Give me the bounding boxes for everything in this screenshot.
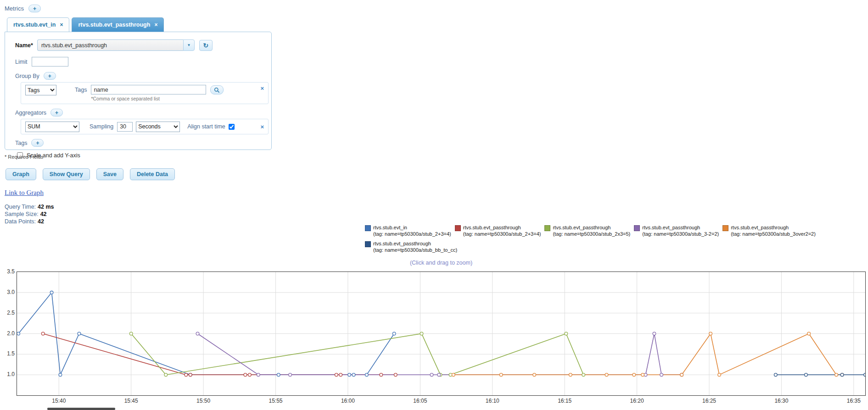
- query-time-row: Query Time:42 ms: [5, 203, 54, 211]
- metric-form: Name* ▼ ↻ Limit Group By + Tags Tags *C: [5, 32, 272, 150]
- search-icon: [214, 87, 220, 93]
- aggregator-row: SUM Sampling Seconds Align start time ×: [21, 119, 269, 134]
- add-tag-button[interactable]: +: [31, 139, 44, 147]
- chart-plot-area[interactable]: [17, 271, 866, 396]
- legend-series-name: rtvs.stub.evt_passthrough: [553, 225, 630, 231]
- add-metric-button[interactable]: +: [28, 5, 41, 12]
- metrics-bar: Metrics +: [5, 5, 41, 12]
- limit-input[interactable]: [32, 57, 68, 66]
- legend-series-name: rtvs.stub.evt_passthrough: [463, 225, 541, 231]
- refresh-icon: ↻: [203, 42, 209, 49]
- align-start-time-checkbox[interactable]: [229, 124, 235, 130]
- x-axis-tick: 15:55: [269, 398, 283, 404]
- scrollbar-thumb[interactable]: [47, 408, 115, 410]
- name-dropdown-button[interactable]: ▼: [183, 39, 195, 51]
- legend-series-name: rtvs.stub.evt_passthrough: [373, 241, 457, 247]
- group-by-type-select[interactable]: Tags: [25, 85, 56, 95]
- add-aggregator-button[interactable]: +: [50, 109, 63, 116]
- x-axis-tick: 16:30: [774, 398, 788, 404]
- x-axis-tick: 15:45: [124, 398, 138, 404]
- group-by-tags-input[interactable]: [91, 85, 206, 94]
- search-button[interactable]: [210, 85, 224, 94]
- metrics-label: Metrics: [5, 5, 24, 12]
- y-axis-tick: 3.0: [7, 289, 15, 295]
- legend-series-tag: (tag: name=tp50300a/stub_3over2=2): [731, 231, 816, 238]
- x-axis-tick: 15:40: [52, 398, 66, 404]
- y-axis: 3.53.02.52.01.51.0: [1, 271, 15, 396]
- show-query-button[interactable]: Show Query: [43, 168, 90, 180]
- tab-label: rtvs.stub.evt_passthrough: [78, 22, 150, 28]
- y-axis-tick: 1.0: [7, 371, 15, 377]
- x-axis-tick: 16:15: [558, 398, 571, 404]
- legend-series-tag: (tag: name=tp50300a/stub_2x3=5): [553, 231, 630, 238]
- legend-series-tag: (tag: name=tp50300a/stub_bb_to_cc): [373, 247, 457, 254]
- refresh-button[interactable]: ↻: [199, 40, 213, 51]
- save-button[interactable]: Save: [96, 168, 123, 180]
- tab-evt-passthrough[interactable]: rtvs.stub.evt_passthrough ×: [72, 17, 164, 32]
- legend-swatch: [455, 225, 461, 231]
- action-buttons: Graph Show Query Save Delete Data: [6, 168, 175, 180]
- legend-series-tag: (tag: name=tp50300a/stub_2+3=4): [373, 231, 451, 238]
- sampling-value-input[interactable]: [117, 122, 133, 132]
- y-axis-tick: 1.5: [7, 350, 15, 357]
- align-start-time-label: Align start time: [187, 123, 225, 130]
- group-by-row: Tags Tags *Comma or space separated list…: [21, 82, 269, 104]
- query-stats: Query Time:42 ms Sample Size:42 Data Poi…: [5, 203, 54, 225]
- legend-swatch: [544, 225, 550, 231]
- metric-tabs: rtvs.stub.evt_in × rtvs.stub.evt_passthr…: [5, 17, 272, 32]
- legend-item: rtvs.stub.evt_passthrough (tag: name=tp5…: [544, 225, 630, 237]
- legend-series-name: rtvs.stub.evt_passthrough: [642, 225, 719, 231]
- add-group-by-button[interactable]: +: [44, 72, 56, 80]
- legend-swatch: [365, 241, 371, 247]
- x-axis-tick: 16:35: [847, 398, 861, 404]
- data-points-label: Data Points:: [5, 218, 36, 225]
- x-axis-tick: 16:00: [341, 398, 355, 404]
- query-time-label: Query Time:: [5, 204, 36, 210]
- legend-item: rtvs.stub.evt_passthrough (tag: name=tp5…: [365, 241, 457, 253]
- legend-item: rtvs.stub.evt_in (tag: name=tp50300a/stu…: [365, 225, 451, 237]
- legend-series-name: rtvs.stub.evt_passthrough: [731, 225, 816, 231]
- sample-size-row: Sample Size:42: [5, 211, 54, 218]
- aggregators-label: Aggregators: [15, 110, 46, 116]
- y-axis-tick: 2.0: [7, 330, 15, 337]
- remove-aggregator-icon[interactable]: ×: [260, 123, 264, 130]
- aggregator-function-select[interactable]: SUM: [25, 122, 79, 132]
- legend-swatch: [365, 225, 371, 231]
- legend-swatch: [634, 225, 640, 231]
- x-axis: 15:4015:4515:5015:5516:0016:0516:1016:15…: [17, 398, 865, 405]
- tab-evt-in[interactable]: rtvs.stub.evt_in ×: [7, 17, 69, 32]
- tab-close-icon[interactable]: ×: [154, 22, 157, 28]
- delete-data-button[interactable]: Delete Data: [130, 168, 175, 180]
- legend-series-tag: (tag: name=tp50300a/stub_3-2=2): [642, 231, 719, 238]
- tab-label: rtvs.stub.evt_in: [13, 22, 56, 28]
- aggregators-header: Aggregators +: [15, 109, 271, 116]
- group-by-hint: *Comma or space separated list: [91, 96, 206, 101]
- metric-name-input[interactable]: [37, 39, 183, 51]
- sample-size-value: 42: [40, 211, 47, 217]
- tags-header: Tags +: [15, 139, 271, 147]
- x-axis-tick: 16:25: [702, 398, 716, 404]
- legend-series-tag: (tag: name=tp50300a/stub_2+3=4): [463, 231, 541, 238]
- legend-item: rtvs.stub.evt_passthrough (tag: name=tp5…: [455, 225, 541, 237]
- legend-item: rtvs.stub.evt_passthrough (tag: name=tp5…: [722, 225, 816, 237]
- legend-series-name: rtvs.stub.evt_in: [373, 225, 451, 231]
- sampling-unit-select[interactable]: Seconds: [136, 122, 180, 132]
- group-by-tags-label: Tags: [75, 87, 87, 93]
- y-axis-tick: 2.5: [7, 310, 15, 316]
- x-axis-tick: 16:05: [413, 398, 427, 404]
- group-by-label: Group By: [15, 73, 39, 79]
- tags-label: Tags: [15, 140, 27, 146]
- link-to-graph[interactable]: Link to Graph: [5, 189, 44, 197]
- data-points-row: Data Points:42: [5, 218, 54, 225]
- remove-group-by-icon[interactable]: ×: [260, 85, 264, 92]
- limit-row: Limit: [15, 57, 271, 66]
- x-axis-tick: 16:20: [630, 398, 644, 404]
- y-axis-tick: 3.5: [7, 268, 15, 275]
- name-row: Name* ▼ ↻: [15, 39, 271, 51]
- x-axis-tick: 16:10: [486, 398, 499, 404]
- group-by-header: Group By +: [15, 72, 271, 80]
- tab-close-icon[interactable]: ×: [60, 22, 63, 28]
- graph-button[interactable]: Graph: [6, 168, 36, 180]
- chevron-down-icon: ▼: [187, 43, 190, 47]
- sampling-label: Sampling: [90, 123, 113, 130]
